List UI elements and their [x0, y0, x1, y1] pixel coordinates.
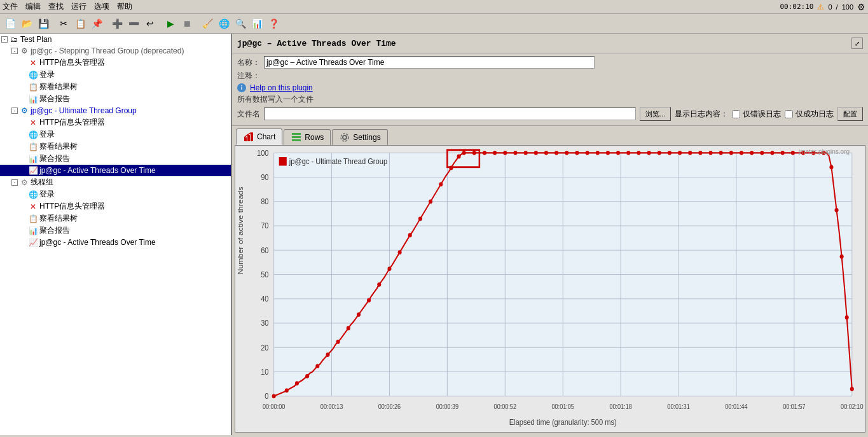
tree-item-active-threads[interactable]: 📈 jp@gc - Active Threads Over Time [0, 165, 231, 176]
svg-point-7 [341, 134, 348, 141]
tree-item-login-3[interactable]: 🌐 登录 [0, 188, 231, 200]
tree-label-login-2[interactable]: 登录 [39, 129, 55, 140]
expand-icon-ultimate[interactable]: - [11, 108, 18, 114]
svg-point-80 [513, 151, 517, 155]
info-icon: i [237, 83, 246, 92]
template-btn[interactable]: 📊 [249, 16, 265, 31]
remove-btn[interactable]: ➖ [126, 16, 141, 31]
stop-btn[interactable]: ⏹ [179, 16, 195, 31]
add-btn[interactable]: ➕ [109, 16, 125, 31]
tree-item-aggregate-1[interactable]: 📊 聚合报告 [0, 93, 231, 105]
svg-text:0: 0 [265, 392, 269, 401]
cut-btn[interactable]: ✂ [56, 16, 71, 31]
expand-btn[interactable]: ⤢ [851, 38, 863, 49]
warn-icon: ⚠ [817, 3, 824, 11]
svg-text:100: 100 [257, 148, 269, 157]
svg-rect-0 [244, 137, 247, 141]
chart-container: jmeter-plugins.org [235, 145, 865, 433]
tree-label-jp-stepping[interactable]: jp@gc - Stepping Thread Group (deprecate… [31, 46, 184, 55]
svg-point-56 [272, 394, 276, 398]
tree-label-jp-ultimate[interactable]: jp@gc - Ultimate Thread Group [31, 106, 137, 115]
tree-label-active-threads-2[interactable]: jp@gc - Active Threads Over Time [39, 238, 156, 247]
tree-label-thread-group[interactable]: 线程组 [31, 177, 53, 188]
tree-item-aggregate-2[interactable]: 📊 聚合报告 [0, 153, 231, 165]
tree-item-thread-group[interactable]: - ⚙ 线程组 [0, 176, 231, 188]
tree-label-aggregate-2[interactable]: 聚合报告 [39, 153, 70, 164]
error-log-checkbox[interactable] [732, 110, 740, 118]
file-label: 文件名 [237, 109, 260, 120]
svg-rect-1 [247, 135, 250, 141]
svg-point-101 [729, 151, 733, 155]
tree-label-active-threads[interactable]: jp@gc - Active Threads Over Time [39, 166, 156, 175]
settings-icon[interactable]: ⚙ [857, 2, 865, 12]
tab-rows-label: Rows [305, 133, 324, 142]
file-row: 文件名 浏览... 显示日志内容： 仅错误日志 仅成功日志 配置 [237, 107, 863, 121]
expand-icon[interactable]: - [1, 36, 8, 43]
svg-text:30: 30 [261, 319, 269, 328]
start-btn[interactable]: ▶ [163, 16, 178, 31]
tree-label-aggregate-1[interactable]: 聚合报告 [39, 94, 70, 104]
tree-item-login-1[interactable]: 🌐 登录 [0, 69, 231, 81]
new-btn[interactable]: 📄 [3, 16, 18, 31]
menu-help[interactable]: 帮助 [117, 1, 132, 12]
aggregate-icon-3: 📊 [28, 226, 38, 236]
tree-item-jp-ultimate[interactable]: - ⚙ jp@gc - Ultimate Thread Group [0, 105, 231, 116]
menu-file[interactable]: 文件 [3, 1, 18, 12]
menu-run[interactable]: 运行 [71, 1, 86, 12]
browse-btn[interactable]: 浏览... [640, 107, 671, 121]
svg-text:00:01:18: 00:01:18 [609, 403, 631, 411]
reset-btn[interactable]: ↩ [142, 16, 158, 31]
tree-label-aggregate-3[interactable]: 聚合报告 [39, 225, 70, 236]
clear-btn[interactable]: 🧹 [200, 16, 215, 31]
tree-item-login-2[interactable]: 🌐 登录 [0, 128, 231, 141]
tree-label-login-3[interactable]: 登录 [39, 189, 55, 200]
test-plan-icon: 🗂 [9, 34, 19, 45]
paste-btn[interactable]: 📌 [89, 16, 104, 31]
svg-point-59 [305, 374, 309, 378]
success-log-checkbox[interactable] [785, 110, 793, 118]
help-link[interactable]: Help on this plugin [250, 83, 313, 92]
http-manager-icon-3: ✕ [28, 202, 38, 212]
tree-item-view-tree-3[interactable]: 📋 察看结果树 [0, 212, 231, 225]
get-btn[interactable]: 🌐 [216, 16, 231, 31]
tree-label-view-tree-3[interactable]: 察看结果树 [39, 213, 78, 224]
config-btn[interactable]: 配置 [837, 107, 863, 121]
save-btn[interactable]: 💾 [36, 16, 51, 31]
aggregate-icon-1: 📊 [28, 94, 38, 104]
tree-item-http-manager-1[interactable]: ✕ HTTP信息头管理器 [0, 57, 231, 69]
tree-item-view-tree-1[interactable]: 📋 察看结果树 [0, 81, 231, 93]
expand-icon[interactable]: - [11, 48, 18, 54]
tree-item-test-plan[interactable]: - 🗂 Test Plan [0, 34, 231, 45]
copy-btn[interactable]: 📋 [72, 16, 88, 31]
file-input[interactable] [264, 108, 636, 120]
svg-point-92 [637, 151, 640, 155]
menu-search[interactable]: 查找 [48, 1, 64, 12]
svg-text:00:00:00: 00:00:00 [263, 403, 285, 411]
svg-point-104 [760, 151, 764, 155]
name-input[interactable] [264, 56, 595, 69]
tree-label-login-1[interactable]: 登录 [39, 69, 55, 80]
search-btn[interactable]: 🔍 [233, 16, 248, 31]
tree-label-view-tree-2[interactable]: 察看结果树 [39, 141, 78, 152]
open-btn[interactable]: 📂 [19, 16, 34, 31]
tree-item-aggregate-3[interactable]: 📊 聚合报告 [0, 225, 231, 237]
tree-item-view-tree-2[interactable]: 📋 察看结果树 [0, 141, 231, 153]
svg-point-69 [408, 233, 412, 237]
help-btn[interactable]: ❓ [266, 16, 281, 31]
tree-label-http-manager-3[interactable]: HTTP信息头管理器 [39, 201, 105, 212]
svg-point-112 [835, 208, 839, 212]
tree-item-jp-stepping[interactable]: - ⚙ jp@gc - Stepping Thread Group (depre… [0, 45, 231, 57]
tree-label-http-manager-2[interactable]: HTTP信息头管理器 [39, 117, 105, 128]
tree-label-test-plan[interactable]: Test Plan [20, 35, 52, 44]
tree-label-http-manager-1[interactable]: HTTP信息头管理器 [39, 57, 105, 68]
tree-item-http-manager-3[interactable]: ✕ HTTP信息头管理器 [0, 200, 231, 212]
tab-rows[interactable]: Rows [284, 129, 331, 145]
tab-settings[interactable]: Settings [332, 129, 387, 145]
tree-label-view-tree-1[interactable]: 察看结果树 [39, 81, 78, 92]
expand-icon-thread-group[interactable]: - [11, 179, 18, 186]
menu-options[interactable]: 选项 [94, 1, 109, 12]
tree-item-http-manager-2[interactable]: ✕ HTTP信息头管理器 [0, 116, 231, 128]
tab-chart[interactable]: Chart [236, 128, 282, 145]
tree-item-active-threads-2[interactable]: 📈 jp@gc - Active Threads Over Time [0, 237, 231, 248]
menu-edit[interactable]: 编辑 [25, 1, 41, 12]
